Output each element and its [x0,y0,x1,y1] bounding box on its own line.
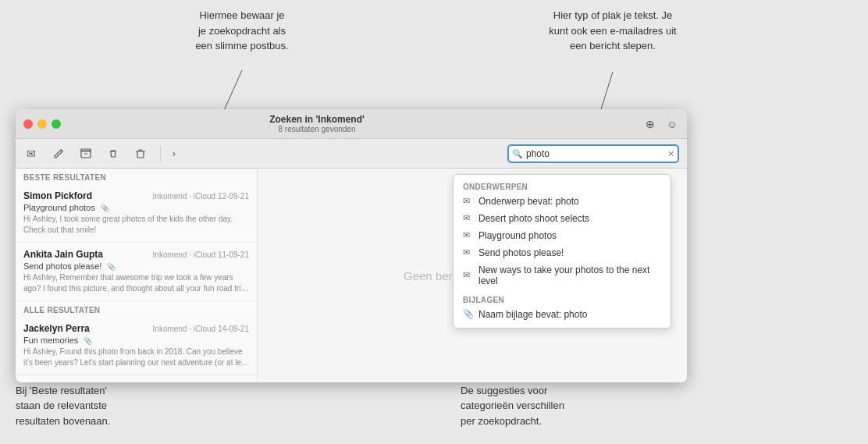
title-bar: Zoeken in 'Inkomend' 8 resultaten gevond… [16,109,687,139]
annotation-top-right-line2: kunt ook een e-mailadres uit [549,25,676,37]
window-title-area: Zoeken in 'Inkomend' 8 resultaten gevond… [16,114,643,133]
suggestion-text-3: Send photos please! [478,247,564,258]
annotation-bottom-left-line3: resultaten bovenaan. [16,415,110,427]
message-sender-1: Ankita Jain Gupta [23,249,103,260]
add-mailbox-icon[interactable]: ⊕ [643,117,657,131]
message-preview-0: Hi Ashley, I took some great photos of t… [23,214,249,236]
annotation-top-center-line3: een slimme postbus. [195,40,288,52]
annotation-bottom-left-line1: Bij 'Beste resultaten' [16,385,107,396]
search-input[interactable]: photo [507,144,679,163]
attachments-group-label: Bijlagen [454,293,671,306]
delete-icon[interactable] [133,146,148,162]
message-list: Beste resultaten Simon Pickford Inkomend… [16,169,258,382]
trash-icon[interactable] [105,146,121,162]
annotation-top-right: Hier typ of plak je tekst. Je kunt ook e… [531,8,695,54]
annotation-bottom-left: Bij 'Beste resultaten' staan de relevant… [16,383,172,429]
suggestion-subject-icon-4: ✉ [463,270,474,280]
suggestion-subject-icon-0: ✉ [463,196,474,206]
message-meta-1: Inkomend · iCloud 11-09-21 [153,250,249,259]
compose-icon[interactable] [51,146,66,162]
suggestion-attachment-icon-5: 📎 [463,309,474,319]
suggestion-item-1[interactable]: ✉ Desert photo shoot selects [454,210,671,227]
suggestions-dropdown: Onderwerpen ✉ Onderwerp bevat: photo ✉ D… [453,174,671,329]
message-subject-2: Fun memories 📎 [23,336,249,345]
suggestion-item-2[interactable]: ✉ Playground photos [454,227,671,244]
title-actions: ⊕ ☺ [643,117,679,131]
message-sender-0: Simon Pickford [23,190,92,201]
suggestion-item-5[interactable]: 📎 Naam bijlage bevat: photo [454,306,671,323]
attachment-icon-0: 📎 [101,204,109,212]
suggestion-text-0: Onderwerp bevat: photo [478,196,579,207]
annotation-bottom-left-line2: staan de relevantste [16,400,107,411]
attachment-icon-1: 📎 [107,263,116,271]
annotation-top-right-line1: Hier typ of plak je tekst. Je [553,9,672,21]
annotation-bottom-right-line3: per zoekopdracht. [461,415,542,427]
suggestion-text-5: Naam bijlage bevat: photo [478,309,587,320]
suggestion-text-4: New ways to take your photos to the next… [478,265,661,286]
message-header-1: Ankita Jain Gupta Inkomend · iCloud 11-0… [23,249,249,260]
message-meta-0: Inkomend · iCloud 12-09-21 [153,192,249,201]
archive-icon[interactable] [78,146,94,162]
suggestion-item-4[interactable]: ✉ New ways to take your photos to the ne… [454,261,671,289]
attachment-icon-2: 📎 [84,337,92,345]
message-preview-2: Hi Ashley, Found this photo from back in… [23,346,249,368]
message-preview-1: Hi Ashley, Remember that awesome trip we… [23,272,249,294]
window-main-title: Zoeken in 'Inkomend' [16,114,643,125]
suggestion-subject-icon-2: ✉ [463,230,474,240]
toolbar: ✉ › 🔍 [16,139,687,169]
search-clear-icon[interactable]: ✕ [667,148,674,158]
window-sub-title: 8 resultaten gevonden [16,125,643,133]
annotation-top-center: Hiermee bewaar je je zoekopdracht als ee… [172,8,312,54]
search-value: photo [526,148,550,159]
message-header-2: Jackelyn Perra Inkomend · iCloud 14-09-2… [23,323,249,334]
message-sender-2: Jackelyn Perra [23,323,90,334]
search-container: 🔍 photo ✕ Onderwerpen ✉ Onderwerp bevat:… [507,144,679,163]
search-icon: 🔍 [512,148,523,158]
message-meta-2: Inkomend · iCloud 14-09-21 [153,325,249,333]
message-item-0[interactable]: Simon Pickford Inkomend · iCloud 12-09-2… [16,184,257,243]
message-subject-0: Playground photos 📎 [23,203,249,212]
filter-icon[interactable]: ☺ [665,117,679,131]
message-subject-1: Send photos please! 📎 [23,261,249,271]
annotation-bottom-right-line2: categorieën verschillen [461,400,564,411]
expand-chevron[interactable]: › [173,148,176,159]
annotation-top-right-line3: een bericht slepen. [570,40,656,52]
message-item-1[interactable]: Ankita Jain Gupta Inkomend · iCloud 11-0… [16,243,257,301]
new-message-icon[interactable]: ✉ [23,146,39,162]
annotation-top-center-line2: je zoekopdracht als [198,25,286,37]
annotation-top-center-line1: Hiermee bewaar je [199,9,284,21]
toolbar-separator [160,146,161,162]
annotation-bottom-right-line1: De suggesties voor [461,385,547,396]
subjects-group-label: Onderwerpen [454,179,671,193]
suggestion-subject-icon-1: ✉ [463,213,474,223]
suggestion-text-2: Playground photos [478,230,557,241]
mail-window: Zoeken in 'Inkomend' 8 resultaten gevond… [16,109,687,382]
message-item-2[interactable]: Jackelyn Perra Inkomend · iCloud 14-09-2… [16,317,257,375]
message-header-0: Simon Pickford Inkomend · iCloud 12-09-2… [23,190,249,201]
suggestion-text-1: Desert photo shoot selects [478,213,589,224]
best-results-header: Beste resultaten [16,169,257,184]
annotation-bottom-right: De suggesties voor categorieën verschill… [461,383,632,429]
suggestion-item-0[interactable]: ✉ Onderwerp bevat: photo [454,193,671,210]
all-results-header: Alle resultaten [16,301,257,317]
suggestion-subject-icon-3: ✉ [463,247,474,258]
suggestion-item-3[interactable]: ✉ Send photos please! [454,244,671,261]
